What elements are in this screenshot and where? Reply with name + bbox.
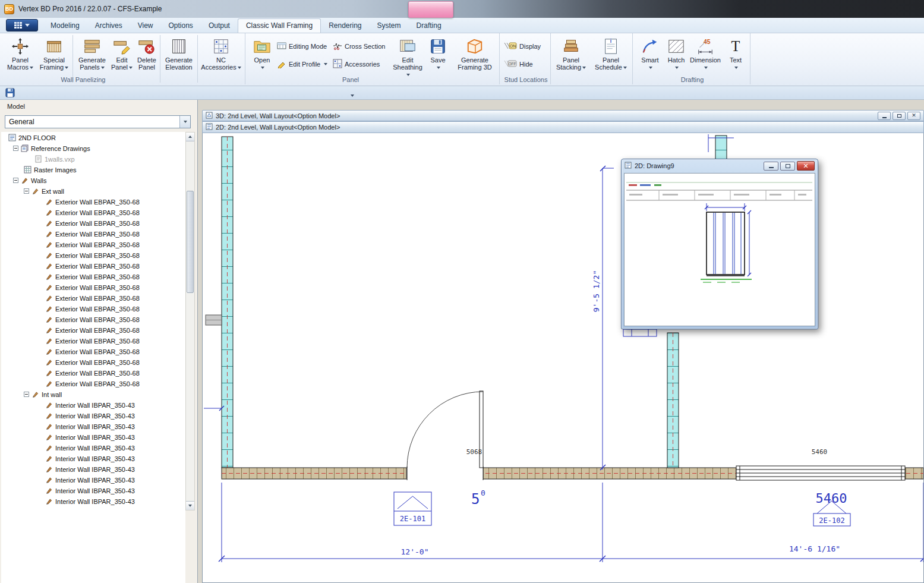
collapse-toggle-icon[interactable] xyxy=(24,188,29,194)
tree-item-interior-wall[interactable]: Interior Wall IBPAR_350-43 xyxy=(1,474,185,485)
tree-item-exterior-wall[interactable]: Exterior Wall EBPAR_350-68 xyxy=(1,378,185,389)
tree-item-exterior-wall[interactable]: Exterior Wall EBPAR_350-68 xyxy=(1,207,185,218)
tree-item-exterior-wall[interactable]: Exterior Wall EBPAR_350-68 xyxy=(1,335,185,346)
tree-scrollbar[interactable] xyxy=(185,132,195,510)
minimize-button[interactable] xyxy=(764,162,778,171)
scroll-up-button[interactable] xyxy=(186,133,194,141)
close-button[interactable]: ✕ xyxy=(907,112,920,120)
window-mark[interactable]: 5460 xyxy=(816,491,847,506)
tree-item-exterior-wall[interactable]: Exterior Wall EBPAR_350-68 xyxy=(1,346,185,357)
tree-item-interior-wall[interactable]: Interior Wall IBPAR_350-43 xyxy=(1,431,185,442)
tab-rendering[interactable]: Rendering xyxy=(321,19,369,33)
tree-item-reference-drawings[interactable]: Reference Drawings xyxy=(1,143,185,153)
tree-item-ext-wall-group[interactable]: Ext wall xyxy=(1,185,185,196)
scroll-thumb[interactable] xyxy=(187,191,194,293)
dim-label-14-6[interactable]: 14'-6 1/16" xyxy=(789,544,840,553)
generate-framing-3d-button[interactable]: Generate Framing 3D xyxy=(453,34,497,76)
hide-studs-button[interactable]: OFF Hide xyxy=(504,58,533,70)
door-mark[interactable]: 5 0 xyxy=(471,489,485,508)
tree-item-interior-wall[interactable]: Interior Wall IBPAR_350-43 xyxy=(1,442,185,453)
left-wall-dim-tick[interactable] xyxy=(204,406,224,411)
tab-output[interactable]: Output xyxy=(201,19,238,33)
tab-view[interactable]: View xyxy=(130,19,161,33)
dropdown-arrow-button[interactable] xyxy=(179,116,190,128)
collapse-toggle-icon[interactable] xyxy=(24,392,29,397)
tab-classic-wall-framing[interactable]: Classic Wall Framing xyxy=(238,18,321,33)
collapse-toggle-icon[interactable] xyxy=(13,146,18,151)
text-button[interactable]: T Text xyxy=(724,34,748,76)
tree-item-raster-images[interactable]: Raster Images xyxy=(1,164,185,175)
window-size-tag[interactable]: 5460 xyxy=(812,448,828,456)
tab-modeling[interactable]: Modeling xyxy=(43,19,87,33)
edit-profile-button[interactable]: Edit Profile xyxy=(277,58,327,70)
tree-item-exterior-wall[interactable]: Exterior Wall EBPAR_350-68 xyxy=(1,228,185,239)
tree-item-int-wall-group[interactable]: Int wall xyxy=(1,389,185,399)
drawing9-titlebar[interactable]: 2D: Drawing9 ✕ xyxy=(622,159,818,172)
wall-left-exterior[interactable] xyxy=(222,137,233,468)
window-opening[interactable] xyxy=(736,466,905,480)
ribbon-collapse-button[interactable] xyxy=(348,89,357,96)
nc-accessories-button[interactable]: NC Accessories xyxy=(199,34,243,76)
edit-panel-button[interactable]: Edit Panel xyxy=(109,34,134,76)
panel-elevation-canvas[interactable] xyxy=(625,174,816,327)
dim-label-12-0[interactable]: 12'-0" xyxy=(401,547,429,556)
door-size-tag[interactable]: 5068 xyxy=(466,448,483,456)
tree-item-exterior-wall[interactable]: Exterior Wall EBPAR_350-68 xyxy=(1,196,185,207)
panel-schedule-button[interactable]: i Panel Schedule xyxy=(593,34,629,76)
accessories-button[interactable]: Accessories xyxy=(333,58,380,70)
door-opening[interactable] xyxy=(407,391,483,480)
tree-item-exterior-wall[interactable]: Exterior Wall EBPAR_350-68 xyxy=(1,324,185,335)
hatch-button[interactable]: Hatch xyxy=(664,34,688,76)
tree-item-walls[interactable]: Walls xyxy=(1,175,185,185)
collapse-toggle-icon[interactable] xyxy=(13,178,18,183)
tree-item-exterior-wall[interactable]: Exterior Wall EBPAR_350-68 xyxy=(1,357,185,367)
floating-window-drawing9[interactable]: 2D: Drawing9 ✕ xyxy=(621,159,818,329)
tab-system[interactable]: System xyxy=(370,19,409,33)
drawing9-viewport[interactable] xyxy=(624,173,815,326)
title-bar[interactable]: BD Vertex BD Pro 2016 / 22.0.07 - CFS-Ex… xyxy=(0,0,924,18)
panel-macros-button[interactable]: Panel Macros xyxy=(4,34,37,76)
close-button[interactable]: ✕ xyxy=(797,161,815,171)
cross-section-button[interactable]: Cross Section xyxy=(333,40,385,52)
generate-elevation-button[interactable]: Generate Elevation xyxy=(162,34,196,76)
tree-item-interior-wall[interactable]: Interior Wall IBPAR_350-43 xyxy=(1,453,185,464)
tree-item-interior-wall[interactable]: Interior Wall IBPAR_350-43 xyxy=(1,496,185,506)
tab-drafting[interactable]: Drafting xyxy=(409,19,449,33)
tree-item-2nd-floor[interactable]: 2ND FLOOR xyxy=(1,132,185,143)
tree-item-interior-wall[interactable]: Interior Wall IBPAR_350-43 xyxy=(1,464,185,474)
restore-button[interactable] xyxy=(893,112,906,120)
tree-item-exterior-wall[interactable]: Exterior Wall EBPAR_350-68 xyxy=(1,260,185,271)
tree-item-reference-file[interactable]: 1walls.vxp xyxy=(1,153,185,164)
window-3d-titlebar[interactable]: 3D: 2nd Level, Wall Layout<Option Model>… xyxy=(202,110,924,121)
tree-item-exterior-wall[interactable]: Exterior Wall EBPAR_350-68 xyxy=(1,367,185,378)
dimension-button[interactable]: 45 Dimension xyxy=(689,34,721,76)
tree-item-exterior-wall[interactable]: Exterior Wall EBPAR_350-68 xyxy=(1,282,185,292)
tree-item-exterior-wall[interactable]: Exterior Wall EBPAR_350-68 xyxy=(1,218,185,228)
application-menu-button[interactable] xyxy=(6,19,38,31)
dimension-marks-small[interactable] xyxy=(623,329,657,336)
display-studs-button[interactable]: ON Display xyxy=(504,40,541,52)
model-filter-dropdown[interactable]: General xyxy=(5,115,191,128)
tree-item-interior-wall[interactable]: Interior Wall IBPAR_350-43 xyxy=(1,485,185,496)
wall-middle-interior[interactable] xyxy=(667,333,679,468)
delete-panel-button[interactable]: Delete Panel xyxy=(134,34,159,76)
elevation-marker-2e101[interactable]: 2E-101 xyxy=(394,492,431,525)
tree-item-interior-wall[interactable]: Interior Wall IBPAR_350-43 xyxy=(1,410,185,421)
tab-archives[interactable]: Archives xyxy=(87,19,130,33)
smart-dimension-button[interactable]: Smart xyxy=(637,34,663,76)
generate-panels-button[interactable]: Generate Panels xyxy=(75,34,109,76)
quick-save-button[interactable] xyxy=(5,88,15,100)
edit-sheathing-button[interactable]: Edit Sheathing xyxy=(392,34,423,76)
tree-item-exterior-wall[interactable]: Exterior Wall EBPAR_350-68 xyxy=(1,303,185,314)
save-button[interactable]: Save xyxy=(425,34,450,76)
special-framing-button[interactable]: Special Framing xyxy=(37,34,71,76)
tree-item-exterior-wall[interactable]: Exterior Wall EBPAR_350-68 xyxy=(1,271,185,282)
dim-label-9-5[interactable]: 9'-5 1/2" xyxy=(592,270,601,312)
window-2d-titlebar[interactable]: 2D: 2nd Level, Wall Layout<Option Model> xyxy=(202,121,924,133)
open-button[interactable]: Open xyxy=(250,34,275,76)
tab-options[interactable]: Options xyxy=(161,19,201,33)
tree-item-interior-wall[interactable]: Interior Wall IBPAR_350-43 xyxy=(1,399,185,410)
maximize-button[interactable] xyxy=(780,162,795,171)
scroll-down-button[interactable] xyxy=(186,501,194,510)
editing-mode-button[interactable]: Editing Mode xyxy=(277,40,327,52)
